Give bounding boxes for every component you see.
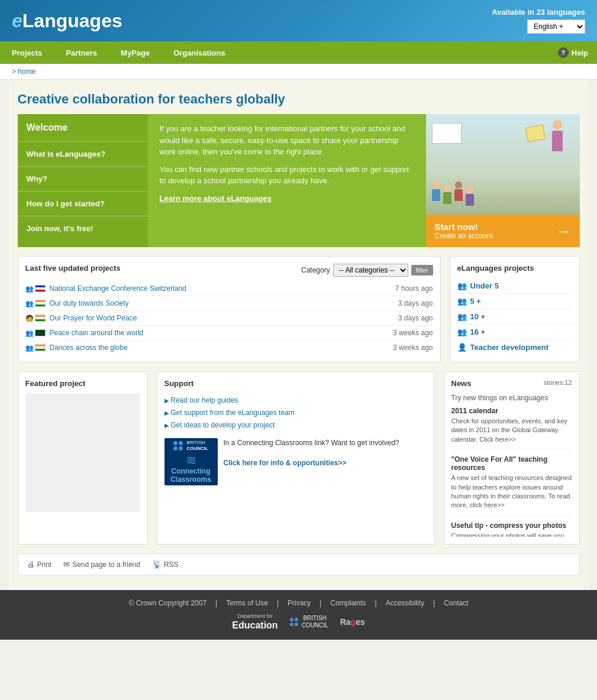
category-label: Category	[301, 266, 330, 274]
start-now-button[interactable]: Start now! Create an account. →	[426, 215, 580, 247]
flag-uk	[35, 285, 46, 292]
hero-section: Welcome What is eLanguages? Why? How do …	[18, 114, 580, 247]
project-link[interactable]: Our Prayer for World Peace	[50, 314, 395, 322]
hero-menu-join[interactable]: Join now, it's free!	[18, 216, 148, 241]
footer-links: © Crown Copyright 2007 | Terms of Use | …	[12, 599, 585, 607]
support-link-3[interactable]: Get ideas to develop your project	[164, 421, 275, 429]
cat-link[interactable]: 5 +	[470, 297, 481, 306]
dept-edu-name: Education	[232, 620, 277, 631]
page-footer: © Crown Copyright 2007 | Terms of Use | …	[0, 590, 597, 640]
rages-logo: Rages	[340, 617, 365, 627]
list-item: 👥 5 +	[457, 294, 572, 309]
header-right: Available in 23 languages English + Fren…	[492, 8, 585, 34]
bc-body: In a Connecting Classrooms link? Want to…	[224, 438, 399, 448]
main-content: Creative collaboration for teachers glob…	[9, 80, 589, 590]
footer-terms[interactable]: Terms of Use	[226, 599, 268, 607]
hero-center: If you are a teacher looking for interna…	[148, 114, 426, 247]
table-row: 👥 Our duty towards Society 3 days ago	[25, 296, 433, 311]
british-council-footer-logo: BRITISH COUNCIL	[290, 615, 328, 629]
table-row: 👥 Peace chain around the world 3 weeks a…	[25, 326, 433, 341]
footer-contact[interactable]: Contact	[444, 599, 468, 607]
list-item: 👥 16 +	[457, 325, 572, 340]
project-time: 3 days ago	[398, 299, 433, 307]
support-link-2[interactable]: Get support from the eLanguages team	[164, 409, 295, 417]
footer-accessibility[interactable]: Accessibility	[386, 599, 424, 607]
bc-text: BRITISH COUNCIL	[186, 440, 208, 451]
send-icon: ✉	[63, 560, 70, 569]
students	[432, 182, 474, 206]
print-icon: 🖨	[27, 560, 35, 569]
news-item-body: Compressing your photos will save you ti…	[451, 532, 572, 537]
list-item: 👥 Under 5	[457, 278, 572, 294]
filter-button[interactable]: filter	[411, 265, 433, 276]
send-label: Send page to a friend	[72, 560, 140, 569]
start-arrow-icon: →	[557, 223, 571, 239]
project-link[interactable]: National Exchange Conference Switzerland	[50, 284, 392, 293]
site-logo[interactable]: eLanguages	[12, 10, 122, 32]
list-item: 2011 calendar Check for opportunities, e…	[451, 407, 572, 449]
projects-title: Last five updated projects	[25, 264, 121, 273]
teacher-body	[552, 131, 563, 151]
group-icon: 👥	[25, 329, 34, 337]
breadcrumb-home[interactable]: home	[18, 67, 36, 76]
elang-projects: eLanguages projects 👥 Under 5 👥 5 + 👥 10…	[450, 256, 580, 362]
footer-complaints[interactable]: Complaints	[330, 599, 366, 607]
bc-logo: BRITISH COUNCIL ≋ Connecting Classrooms	[164, 438, 218, 485]
projects-row: Last five updated projects Category -- A…	[18, 256, 580, 362]
cat-link[interactable]: Teacher development	[470, 343, 549, 352]
group-icon: 👥	[457, 328, 467, 336]
send-link[interactable]: ✉ Send page to a friend	[63, 560, 140, 569]
hero-right: Start now! Create an account. →	[426, 114, 580, 247]
news-intro: Try new things on eLanguages	[451, 394, 572, 402]
nav-mypage[interactable]: MyPage	[109, 43, 162, 63]
group-icon: 👥	[25, 300, 34, 307]
news-title: News	[451, 379, 472, 388]
cat-link[interactable]: Under 5	[470, 281, 499, 290]
cat-link[interactable]: 16 +	[470, 328, 486, 336]
elang-title: eLanguages projects	[457, 264, 572, 273]
news-scroll-area[interactable]: 2011 calendar Check for opportunities, e…	[451, 407, 572, 537]
logo-text: Languages	[22, 10, 122, 31]
divider: |	[215, 599, 217, 607]
cat-link[interactable]: 10 +	[470, 312, 486, 321]
projects-main: Last five updated projects Category -- A…	[18, 256, 441, 362]
project-icons: 👥	[25, 329, 46, 337]
hero-learn-more[interactable]: Learn more about eLanguages	[160, 194, 272, 203]
list-item: "One Voice For All" teaching resources A…	[451, 455, 572, 516]
nav-projects[interactable]: Projects	[0, 43, 54, 63]
project-link[interactable]: Dances across the globe	[50, 343, 390, 352]
project-icons: 👥	[25, 285, 46, 293]
footer-privacy[interactable]: Privacy	[288, 599, 311, 607]
news-item-body: A new set of teaching resources designed…	[451, 474, 572, 510]
footer-logos: Department for Education BRITISH COUNCIL…	[12, 613, 585, 631]
group-icon: 👥	[25, 344, 34, 352]
classroom-image	[426, 114, 580, 215]
support-section: Support Read our help guides Get support…	[157, 371, 435, 545]
hero-body-1: If you are a teacher looking for interna…	[160, 123, 414, 158]
project-link[interactable]: Our duty towards Society	[50, 299, 395, 307]
project-time: 3 days ago	[398, 314, 433, 322]
project-link[interactable]: Peace chain around the world	[50, 329, 390, 337]
nav-organisations[interactable]: Organisations	[162, 43, 237, 63]
language-select[interactable]: English + French German Spanish	[527, 20, 585, 34]
support-links: Read our help guides Get support from th…	[164, 394, 427, 431]
whiteboard	[432, 123, 462, 144]
rss-link[interactable]: 📡 RSS	[152, 560, 179, 569]
support-link-1[interactable]: Read our help guides	[164, 396, 238, 404]
hero-menu-what[interactable]: What is eLanguages?	[18, 142, 148, 167]
featured-project: Featured project	[18, 371, 148, 545]
flag-india	[35, 344, 46, 351]
dept-edu-text: Department for Education	[232, 613, 277, 631]
bc-cta-link[interactable]: Click here for info & opportunities>>	[224, 459, 347, 467]
start-line1: Start now!	[435, 222, 495, 232]
hero-menu-why[interactable]: Why?	[18, 167, 148, 192]
rss-label: RSS	[164, 560, 179, 569]
nav-help[interactable]: ? Help	[549, 41, 597, 64]
project-time: 3 weeks ago	[393, 343, 433, 352]
hero-body-2: You can find new partner schools and pro…	[160, 164, 414, 187]
list-item: 👥 10 +	[457, 309, 572, 325]
category-select[interactable]: -- All categories --	[333, 264, 408, 277]
nav-partners[interactable]: Partners	[54, 43, 109, 63]
hero-menu-started[interactable]: How do I get started?	[18, 192, 148, 216]
print-link[interactable]: 🖨 Print	[27, 560, 52, 569]
